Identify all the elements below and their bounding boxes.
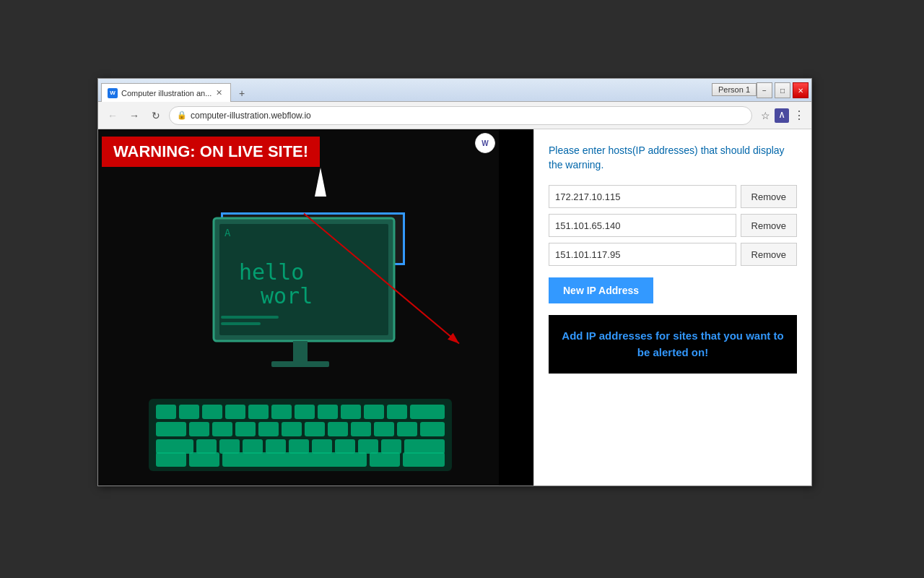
page-content: WARNING: ON LIVE SITE! Warning banner sw… [98, 129, 811, 486]
bookmark-icon[interactable]: ☆ [761, 110, 770, 121]
svg-rect-38 [289, 439, 309, 454]
ip-row-3: Remove [549, 243, 797, 266]
svg-rect-10 [179, 405, 199, 419]
warning-text: WARNING: ON LIVE SITE! [113, 142, 308, 160]
svg-rect-39 [312, 439, 332, 454]
person-button[interactable]: Person 1 [712, 83, 757, 96]
new-tab-button[interactable]: + [232, 85, 251, 101]
svg-rect-19 [387, 405, 407, 419]
svg-rect-30 [374, 422, 394, 436]
tab-close-icon[interactable]: ✕ [216, 88, 222, 98]
svg-rect-45 [189, 452, 219, 467]
svg-rect-13 [248, 405, 269, 419]
svg-rect-5 [221, 322, 261, 325]
tab-title: Computer illustration an... [121, 89, 212, 98]
svg-rect-29 [351, 422, 371, 436]
warning-banner: WARNING: ON LIVE SITE! [102, 137, 320, 167]
svg-rect-22 [189, 422, 209, 436]
svg-rect-31 [397, 422, 417, 436]
svg-text:hello: hello [239, 259, 304, 285]
lock-icon: 🔒 [177, 111, 187, 120]
panel-title: Please enter hosts(IP addresses) that sh… [549, 144, 797, 172]
svg-rect-40 [335, 439, 355, 454]
address-bar: ← → ↻ 🔒 computer-illustration.webflow.io… [98, 102, 811, 129]
svg-rect-20 [410, 405, 445, 419]
svg-rect-41 [358, 439, 378, 454]
browser-tab[interactable]: W Computer illustration an... ✕ [101, 83, 231, 102]
tab-favicon: W [108, 88, 118, 98]
svg-rect-34 [196, 439, 217, 454]
svg-rect-4 [221, 316, 279, 319]
maximize-button[interactable]: □ [775, 82, 790, 98]
svg-rect-14 [271, 405, 292, 419]
info-box-text: Add IP addresses for sites that you want… [562, 328, 784, 361]
svg-rect-44 [156, 452, 186, 467]
remove-button-2[interactable]: Remove [741, 214, 797, 237]
favicon-letter: W [110, 90, 116, 96]
forward-button[interactable]: → [126, 107, 143, 124]
ip-input-3[interactable] [549, 243, 736, 266]
webflow-icon: W [475, 133, 495, 153]
ip-input-2[interactable] [549, 214, 736, 237]
close-button[interactable]: ✕ [793, 82, 808, 98]
svg-rect-36 [243, 439, 263, 454]
svg-rect-46 [222, 452, 367, 467]
svg-rect-48 [403, 452, 445, 467]
new-address-button[interactable]: New IP Address [549, 277, 653, 303]
ip-row-2: Remove [549, 214, 797, 237]
remove-button-1[interactable]: Remove [741, 185, 797, 208]
svg-rect-32 [420, 422, 445, 436]
extension-icon[interactable]: Λ [775, 108, 789, 123]
reload-button[interactable]: ↻ [147, 107, 165, 124]
svg-text:A: A [225, 227, 231, 238]
ip-input-1[interactable] [549, 185, 736, 208]
back-button[interactable]: ← [104, 107, 121, 124]
svg-rect-26 [282, 422, 302, 436]
svg-rect-6 [293, 341, 308, 363]
svg-rect-43 [404, 439, 445, 454]
svg-rect-25 [258, 422, 279, 436]
svg-rect-17 [341, 405, 361, 419]
svg-rect-35 [219, 439, 240, 454]
svg-rect-7 [271, 361, 329, 367]
illustration-background: WARNING: ON LIVE SITE! Warning banner sw… [98, 129, 499, 486]
svg-rect-11 [202, 405, 222, 419]
svg-rect-9 [156, 405, 176, 419]
svg-rect-27 [305, 422, 325, 436]
url-text: computer-illustration.webflow.io [191, 111, 311, 121]
up-arrow [315, 168, 326, 197]
computer-svg: hello worl [134, 197, 481, 486]
svg-rect-33 [156, 439, 193, 454]
svg-rect-21 [156, 422, 186, 436]
title-bar: W Computer illustration an... ✕ + Person… [98, 79, 811, 102]
url-bar[interactable]: 🔒 computer-illustration.webflow.io [169, 106, 752, 125]
menu-button[interactable]: ⋮ [793, 108, 806, 122]
svg-rect-47 [370, 452, 400, 467]
svg-rect-12 [225, 405, 245, 419]
svg-rect-23 [212, 422, 232, 436]
svg-rect-42 [381, 439, 401, 454]
ip-row-1: Remove [549, 185, 797, 208]
svg-text:worl: worl [261, 283, 313, 309]
svg-rect-28 [328, 422, 348, 436]
svg-rect-24 [235, 422, 256, 436]
info-box: Add IP addresses for sites that you want… [549, 315, 797, 374]
remove-button-3[interactable]: Remove [741, 243, 797, 266]
window-controls: − □ ✕ [757, 82, 808, 98]
right-panel: Please enter hosts(IP addresses) that sh… [533, 129, 811, 486]
os-background: W Computer illustration an... ✕ + Person… [0, 0, 924, 578]
svg-rect-15 [295, 405, 315, 419]
svg-rect-16 [318, 405, 338, 419]
svg-rect-18 [364, 405, 384, 419]
minimize-button[interactable]: − [757, 82, 772, 98]
svg-rect-37 [266, 439, 286, 454]
browser-window: W Computer illustration an... ✕ + Person… [97, 78, 812, 486]
